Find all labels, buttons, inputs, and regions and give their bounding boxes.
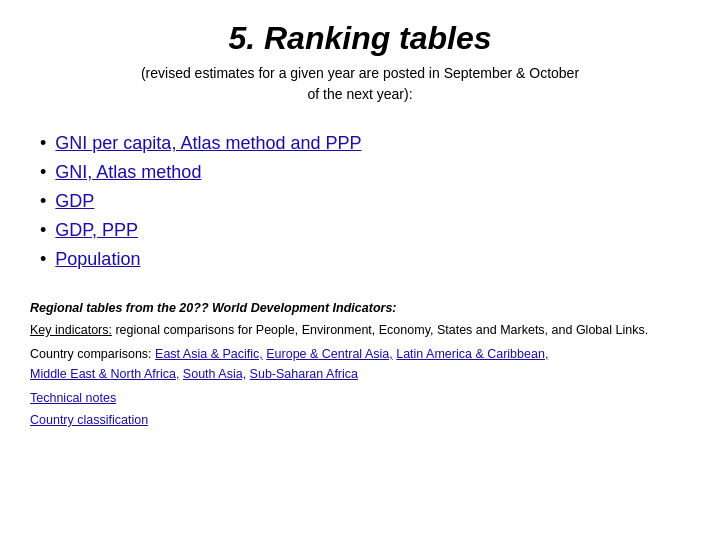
source-italic: 20?? World Development Indicators: xyxy=(179,301,396,315)
from-text: from the xyxy=(122,301,179,315)
technical-notes-line: Technical notes xyxy=(30,388,690,408)
list-item-gni-capita: GNI per capita, Atlas method and PPP xyxy=(40,133,690,154)
technical-notes-link[interactable]: Technical notes xyxy=(30,391,116,405)
country-comparisons-label: Country comparisons: xyxy=(30,347,155,361)
subtitle: (revised estimates for a given year are … xyxy=(30,63,690,105)
gni-atlas-link[interactable]: GNI, Atlas method xyxy=(55,162,201,182)
page-title: 5. Ranking tables xyxy=(30,20,690,57)
south-asia-link[interactable]: South Asia, xyxy=(183,367,246,381)
country-classification-link[interactable]: Country classification xyxy=(30,413,148,427)
country-classification-line: Country classification xyxy=(30,410,690,430)
regional-tables-label: Regional tables xyxy=(30,301,122,315)
latin-america-link[interactable]: Latin America & Caribbean, xyxy=(396,347,548,361)
list-item-gni-atlas: GNI, Atlas method xyxy=(40,162,690,183)
regional-title: Regional tables from the 20?? World Deve… xyxy=(30,298,690,318)
country-comparisons: Country comparisons: East Asia & Pacific… xyxy=(30,344,690,384)
regional-section: Regional tables from the 20?? World Deve… xyxy=(30,298,690,430)
list-item-population: Population xyxy=(40,249,690,270)
key-indicators-text: regional comparisons for People, Environ… xyxy=(112,323,648,337)
bullet-list: GNI per capita, Atlas method and PPP GNI… xyxy=(30,133,690,270)
population-link[interactable]: Population xyxy=(55,249,140,269)
gdp-link[interactable]: GDP xyxy=(55,191,94,211)
gdp-ppp-link[interactable]: GDP, PPP xyxy=(55,220,138,240)
list-item-gdp-ppp: GDP, PPP xyxy=(40,220,690,241)
europe-central-asia-link[interactable]: Europe & Central Asia, xyxy=(266,347,392,361)
east-asia-link[interactable]: East Asia & Pacific, xyxy=(155,347,263,361)
key-indicators-label: Key indicators: xyxy=(30,323,112,337)
list-item-gdp: GDP xyxy=(40,191,690,212)
middle-east-link[interactable]: Middle East & North Africa, xyxy=(30,367,179,381)
sub-saharan-link[interactable]: Sub-Saharan Africa xyxy=(250,367,358,381)
gni-capita-link[interactable]: GNI per capita, Atlas method and PPP xyxy=(55,133,361,153)
key-indicators: Key indicators: regional comparisons for… xyxy=(30,320,690,340)
